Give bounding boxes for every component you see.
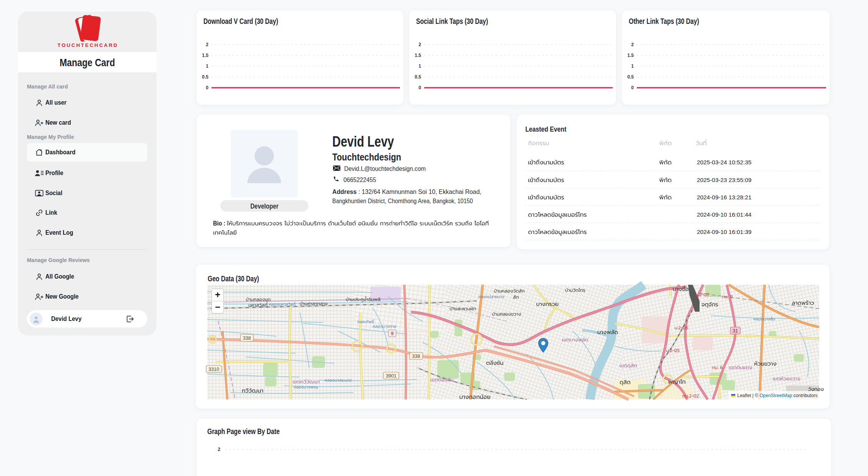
svg-text:0.5: 0.5 — [627, 74, 634, 80]
svg-text:31: 31 — [733, 328, 738, 334]
svg-text:1.5: 1.5 — [415, 53, 421, 58]
svg-text:0: 0 — [631, 85, 634, 90]
svg-text:2: 2 — [206, 42, 208, 47]
svg-text:1: 1 — [206, 63, 208, 69]
svg-text:1.5: 1.5 — [627, 53, 634, 58]
svg-text:1: 1 — [418, 63, 421, 69]
svg-text:0.5: 0.5 — [202, 74, 208, 80]
svg-text:338: 338 — [243, 336, 251, 341]
svg-text:1.5: 1.5 — [202, 53, 208, 58]
svg-text:1: 1 — [631, 63, 634, 69]
svg-text:2: 2 — [218, 447, 220, 452]
svg-text:338: 338 — [412, 354, 420, 359]
svg-text:0: 0 — [206, 85, 208, 90]
svg-text:0: 0 — [418, 85, 421, 90]
svg-text:2: 2 — [418, 42, 421, 47]
svg-text:3310: 3310 — [208, 367, 219, 372]
svg-text:Leaflet | © OpenStreetMap cont: Leaflet | © OpenStreetMap contributors — [737, 393, 818, 398]
svg-text:3901: 3901 — [386, 373, 397, 379]
svg-text:0.5: 0.5 — [415, 74, 421, 80]
svg-text:2: 2 — [631, 42, 634, 47]
svg-text:9: 9 — [391, 331, 394, 336]
